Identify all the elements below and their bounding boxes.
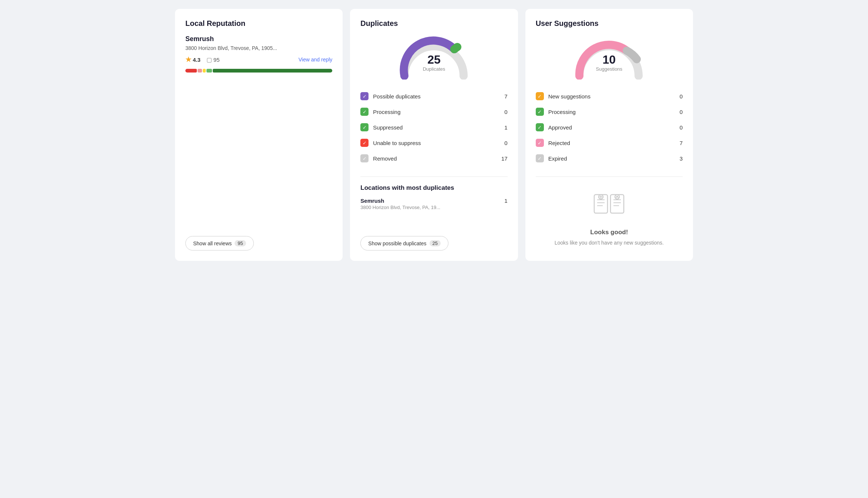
divider-2 [536,176,683,177]
suggestions-gauge: 10 Suggestions [536,35,683,80]
star-icon: ★ [185,55,191,64]
processing-s-label: Processing [548,109,680,115]
duplicates-gauge-center: 25 Duplicates [423,54,445,72]
expired-label: Expired [548,155,680,162]
locations-title: Locations with most duplicates [360,184,507,192]
new-suggestions-label: New suggestions [548,93,680,100]
empty-desc: Looks like you don't have any new sugges… [555,239,664,247]
new-suggestions-value: 0 [680,93,683,100]
empty-state: Looks good! Looks like you don't have an… [536,184,683,250]
rating-row: ★ 4.3 ▢ 95 View and reply [185,55,332,64]
show-possible-duplicates-label: Show possible duplicates [368,240,426,246]
suppressed-icon: ✓ [360,123,369,131]
approved-value: 0 [680,124,683,131]
new-suggestions-icon: ✓ [536,92,544,100]
rejected-value: 7 [680,140,683,146]
bar-4 [206,69,212,73]
suggestions-number: 10 [596,54,623,65]
duplicates-title: Duplicates [360,19,507,28]
local-reputation-card: Local Reputation Semrush 3800 Horizon Bl… [175,9,343,261]
unable-value: 0 [504,140,507,146]
processing-label: Processing [373,109,504,115]
possible-duplicates-value: 7 [504,93,507,100]
dashboard: Local Reputation Semrush 3800 Horizon Bl… [175,9,693,261]
location-name: Semrush [360,198,440,204]
approved-icon: ✓ [536,123,544,131]
suppressed-value: 1 [504,124,507,131]
show-possible-duplicates-button[interactable]: Show possible duplicates 25 [360,236,448,250]
suggestions-gauge-center: 10 Suggestions [596,54,623,72]
rating-value: 4.3 [193,57,201,63]
removed-label: Removed [373,155,501,162]
unable-icon: ✓ [360,139,369,147]
suggestions-stats-list: ✓ New suggestions 0 ✓ Processing 0 ✓ App… [536,88,683,166]
documents-icon [592,192,626,218]
suppressed-label: Suppressed [373,124,504,131]
location-info: Semrush 3800 Horizon Blvd, Trevose, PA, … [360,198,440,210]
view-reply-link[interactable]: View and reply [299,57,333,63]
show-all-reviews-button[interactable]: Show all reviews 95 [185,236,254,250]
bar-3 [203,69,206,73]
svg-rect-7 [610,195,624,213]
stats-item-rejected: ✓ Rejected 7 [536,135,683,151]
removed-value: 17 [501,155,508,162]
comment-icon: ▢ [206,56,212,63]
duplicates-card: Duplicates 25 Duplicates ✓ Possible dupl… [350,9,518,261]
location-address: 3800 Horizon Blvd, Trevose, PA, 19... [360,205,440,210]
processing-icon: ✓ [360,108,369,116]
bar-2 [198,69,202,73]
stats-item-removed: ✓ Removed 17 [360,151,507,166]
rejected-label: Rejected [548,140,680,146]
stats-item-processing: ✓ Processing 0 [360,104,507,120]
expired-value: 3 [680,155,683,162]
rating-bar [185,69,332,73]
unable-label: Unable to suppress [373,140,504,146]
stats-item-processing-s: ✓ Processing 0 [536,104,683,120]
empty-state-icon [592,192,626,223]
approved-label: Approved [548,124,680,131]
star-rating: ★ 4.3 [185,55,201,64]
business-address: 3800 Horizon Blvd, Trevose, PA, 1905... [185,45,332,51]
processing-s-icon: ✓ [536,108,544,116]
removed-icon: ✓ [360,154,369,162]
show-possible-duplicates-count: 25 [430,240,441,246]
stats-item-suppressed: ✓ Suppressed 1 [360,120,507,135]
processing-s-value: 0 [680,109,683,115]
possible-duplicates-icon: ✓ [360,92,369,100]
stats-item-possible: ✓ Possible duplicates 7 [360,88,507,104]
review-count-value: 95 [213,57,220,63]
rejected-icon: ✓ [536,139,544,147]
duplicates-gauge: 25 Duplicates [360,35,507,80]
stats-item-unable: ✓ Unable to suppress 0 [360,135,507,151]
possible-duplicates-label: Possible duplicates [373,93,504,100]
svg-line-14 [617,196,618,198]
processing-value: 0 [504,109,507,115]
stats-item-approved: ✓ Approved 0 [536,120,683,135]
suggestions-label: Suggestions [596,66,623,72]
bar-1 [185,69,197,73]
location-count: 1 [504,198,507,204]
location-item: Semrush 3800 Horizon Blvd, Trevose, PA, … [360,198,507,210]
empty-title: Looks good! [590,229,628,236]
duplicates-number: 25 [423,54,445,65]
user-suggestions-title: User Suggestions [536,19,683,28]
show-all-reviews-label: Show all reviews [193,240,232,246]
stats-item-expired: ✓ Expired 3 [536,151,683,166]
duplicates-stats-list: ✓ Possible duplicates 7 ✓ Processing 0 ✓… [360,88,507,166]
divider-1 [360,176,507,177]
bar-5 [213,69,332,73]
duplicates-label: Duplicates [423,66,445,72]
local-reputation-title: Local Reputation [185,19,332,28]
show-all-reviews-count: 95 [235,240,246,246]
expired-icon: ✓ [536,154,544,162]
user-suggestions-card: User Suggestions 10 Suggestions ✓ New su… [525,9,693,261]
reviews-count: ▢ 95 [206,56,220,63]
stats-item-new: ✓ New suggestions 0 [536,88,683,104]
business-name: Semrush [185,35,332,43]
